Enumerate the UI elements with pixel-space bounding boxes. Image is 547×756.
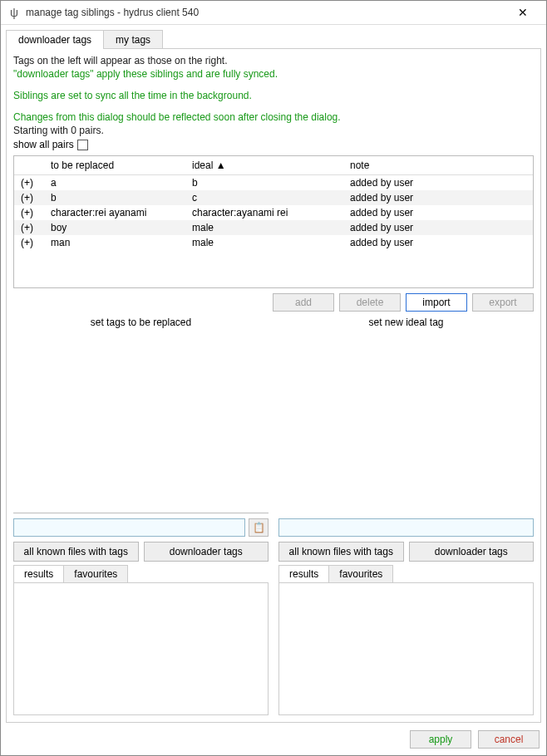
table-cell: boy: [44, 220, 185, 235]
info-line-1: Tags on the left will appear as those on…: [13, 55, 534, 66]
dialog-footer: apply cancel: [1, 724, 546, 755]
table-cell: (+): [14, 175, 44, 191]
table-cell: (+): [14, 190, 44, 205]
app-icon: ψ: [7, 6, 21, 19]
table-cell: added by user: [343, 190, 533, 205]
import-button[interactable]: import: [406, 293, 467, 312]
left-subtab-body[interactable]: [13, 582, 269, 715]
info-line-4: Changes from this dialog should be refle…: [13, 111, 534, 123]
pairs-table-container: to be replaced ideal ▲ note (+)abadded b…: [13, 155, 534, 288]
info-line-5: Starting with 0 pairs.: [13, 125, 534, 136]
left-filter-service-button[interactable]: downloader tags: [144, 542, 269, 562]
left-subtab-results[interactable]: results: [13, 565, 64, 582]
table-cell: added by user: [343, 220, 533, 235]
show-all-pairs-row: show all pairs: [13, 139, 534, 150]
paste-icon[interactable]: 📋: [249, 518, 269, 537]
right-filter-files-button[interactable]: all known files with tags: [278, 542, 404, 562]
show-all-pairs-checkbox[interactable]: [77, 140, 88, 150]
table-button-row: add delete import export: [13, 293, 534, 312]
left-tag-area[interactable]: [13, 330, 269, 513]
tab-downloader-tags[interactable]: downloader tags: [6, 30, 104, 49]
right-subtab-favourites[interactable]: favourites: [328, 565, 393, 582]
right-subtab-body[interactable]: [278, 582, 534, 715]
table-cell: man: [44, 235, 185, 250]
table-cell: c: [185, 190, 343, 205]
tab-body: Tags on the left will appear as those on…: [6, 48, 541, 723]
right-tag-input[interactable]: [278, 518, 534, 537]
table-cell: b: [185, 175, 343, 191]
tab-my-tags[interactable]: my tags: [103, 30, 163, 49]
table-cell: character:rei ayanami: [44, 205, 185, 220]
table-cell: a: [44, 175, 185, 191]
export-button[interactable]: export: [472, 293, 534, 312]
close-icon[interactable]: ✕: [506, 6, 540, 19]
right-subtab-results[interactable]: results: [278, 565, 329, 582]
add-button[interactable]: add: [273, 293, 334, 312]
right-filter-service-button[interactable]: downloader tags: [409, 542, 535, 562]
pairs-table: to be replaced ideal ▲ note (+)abadded b…: [14, 156, 533, 250]
table-cell: added by user: [343, 235, 533, 250]
col-header-ideal[interactable]: ideal ▲: [185, 156, 343, 175]
delete-button[interactable]: delete: [339, 293, 401, 312]
table-row[interactable]: (+)bcadded by user: [14, 190, 533, 205]
apply-button[interactable]: apply: [410, 730, 471, 749]
right-column: set new ideal tag all known files with t…: [278, 317, 534, 715]
main-tabs: downloader tags my tags: [6, 30, 541, 49]
lower-two-columns: set tags to be replaced 📋 all known file…: [13, 317, 534, 715]
table-cell: (+): [14, 205, 44, 220]
right-tag-area[interactable]: [278, 330, 534, 513]
left-column: set tags to be replaced 📋 all known file…: [13, 317, 269, 715]
table-cell: male: [185, 235, 343, 250]
col-header-note[interactable]: note: [343, 156, 533, 175]
col-header-symbol[interactable]: [14, 156, 44, 175]
table-cell: male: [185, 220, 343, 235]
info-line-2: "downloader tags" apply these siblings a…: [13, 68, 534, 80]
left-tag-input[interactable]: [13, 518, 245, 537]
table-row[interactable]: (+)manmaleadded by user: [14, 235, 533, 250]
table-row[interactable]: (+)boymaleadded by user: [14, 220, 533, 235]
col-header-to-be-replaced[interactable]: to be replaced: [44, 156, 185, 175]
table-cell: character:ayanami rei: [185, 205, 343, 220]
right-column-header: set new ideal tag: [278, 317, 534, 328]
table-cell: b: [44, 190, 185, 205]
cancel-button[interactable]: cancel: [478, 730, 540, 749]
table-cell: (+): [14, 220, 44, 235]
table-cell: added by user: [343, 205, 533, 220]
table-row[interactable]: (+)abadded by user: [14, 175, 533, 191]
table-cell: (+): [14, 235, 44, 250]
left-filter-files-button[interactable]: all known files with tags: [13, 542, 139, 562]
table-row[interactable]: (+)character:rei ayanamicharacter:ayanam…: [14, 205, 533, 220]
show-all-pairs-label: show all pairs: [13, 139, 74, 150]
window-title: manage tag siblings - hydrus client 540: [26, 7, 506, 18]
left-column-header: set tags to be replaced: [13, 317, 269, 328]
title-bar: ψ manage tag siblings - hydrus client 54…: [1, 1, 546, 25]
info-line-3: Siblings are set to sync all the time in…: [13, 90, 534, 101]
left-subtab-favourites[interactable]: favourites: [63, 565, 128, 582]
table-cell: added by user: [343, 175, 533, 191]
